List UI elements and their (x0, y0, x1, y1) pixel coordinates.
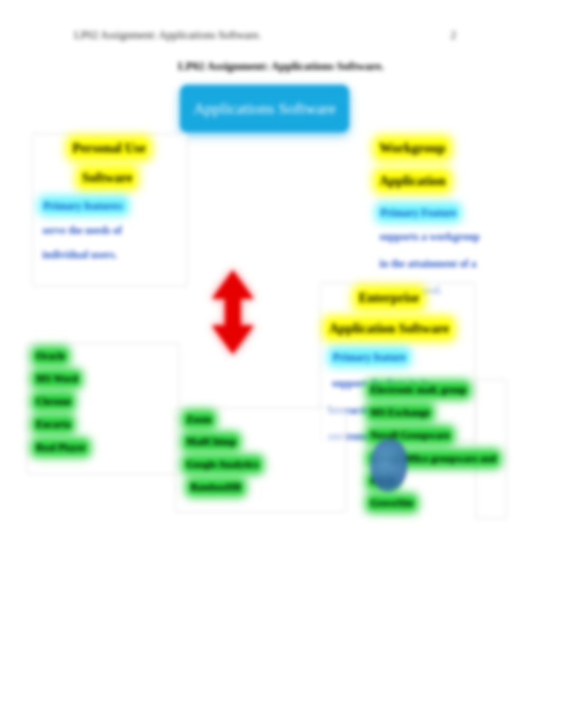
list-item: Electronic mail, group (369, 384, 467, 396)
enterprise-heading-2: Application Software (328, 321, 450, 336)
enterprise-heading-1: Enterprise (358, 290, 420, 305)
list-item: Real Player (35, 442, 87, 453)
list-item: Novell Groupware (369, 430, 451, 441)
list-item: MailChimp (185, 436, 237, 448)
list-item: MS Word (35, 373, 79, 385)
list-item: Google Analytics (185, 459, 260, 470)
workgroup-examples-panel (475, 379, 507, 519)
personal-heading-1: Personal Use (71, 141, 147, 156)
workgroup-feature-1: supports a workgroup (379, 231, 480, 243)
personal-feature-label: Primary features: (42, 200, 125, 212)
page-title: LP02 Assignment: Applications Software. (0, 59, 562, 73)
list-item: Encarta (35, 418, 71, 430)
personal-feature-1: serve the needs of (42, 224, 122, 236)
personal-heading-2: Software (81, 170, 133, 185)
workgroup-heading-2: Application (378, 174, 447, 188)
workgroup-feature-2: in the attainment of a (379, 258, 476, 270)
list-item: GroveSite (369, 497, 414, 509)
workgroup-feature-label: Primary Feature (379, 207, 457, 219)
svg-marker-0 (212, 270, 254, 354)
root-label: Applications Software (193, 99, 336, 117)
list-item: MS Exchange (369, 407, 431, 418)
list-item: Oracle (35, 350, 66, 362)
personal-feature-2: individual users. (42, 249, 117, 261)
list-item: BambooHR (189, 481, 242, 493)
double-arrow-icon (204, 270, 262, 354)
workgroup-heading-1: Workgroup (378, 141, 447, 156)
decorative-blob (370, 439, 407, 492)
enterprise-feature-label: Primary feature (332, 351, 407, 363)
list-item: Chrome (35, 396, 72, 407)
header-title: LP02 Assignment: Applications Software. (74, 29, 261, 42)
root-node: Applications Software (180, 85, 349, 132)
page-number: 2 (451, 29, 457, 42)
list-item: Zoom (185, 414, 213, 425)
